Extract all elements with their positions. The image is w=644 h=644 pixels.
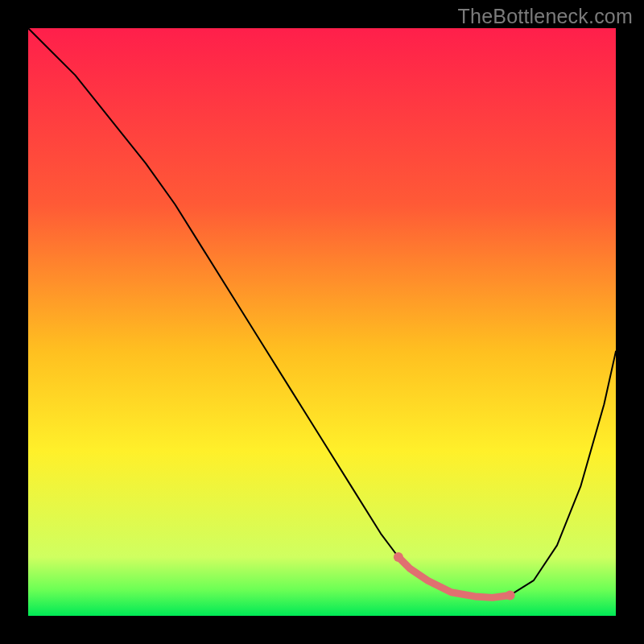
chart-frame: TheBottleneck.com bbox=[0, 0, 644, 644]
plot-background bbox=[28, 28, 616, 616]
plot-area bbox=[28, 28, 616, 616]
chart-svg bbox=[28, 28, 616, 616]
optimal-range-endpoint bbox=[506, 590, 515, 600]
optimal-range-endpoint bbox=[394, 552, 403, 562]
watermark-label: TheBottleneck.com bbox=[458, 5, 633, 28]
